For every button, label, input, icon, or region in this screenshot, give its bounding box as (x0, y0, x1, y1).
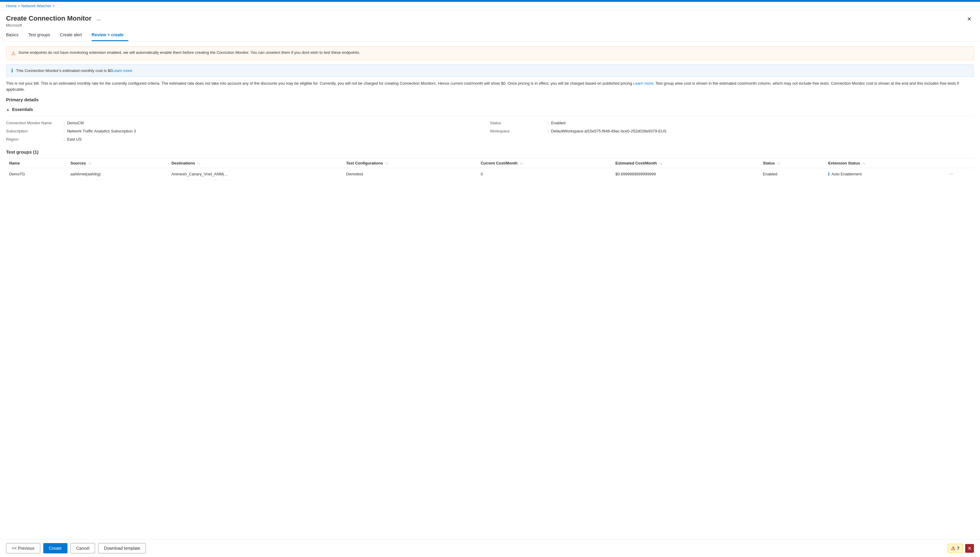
detail-row-workspace: Workspace : DefaultWorkspace-af15e575-f9… (490, 127, 974, 135)
cell-test-configurations: Demotest (343, 168, 478, 180)
col-header-test-configs: Test Configurations ↑↓ (343, 158, 478, 168)
cancel-button[interactable]: Cancel (70, 543, 95, 554)
colon1: : (64, 121, 65, 125)
workspace-label: Workspace (490, 129, 547, 134)
col-header-actions (946, 158, 974, 168)
tab-test-groups[interactable]: Test groups (28, 29, 55, 41)
col-header-name: Name (6, 158, 67, 168)
detail-row-region: Region : East US (6, 135, 490, 143)
notifications-badge[interactable]: ⚠ 7 (947, 544, 963, 553)
region-label: Region (6, 137, 64, 142)
sort-icon-test-configs[interactable]: ↑↓ (385, 162, 388, 165)
extension-cell: ℹ Auto Enablement (828, 171, 943, 176)
breadcrumb-sep2: > (53, 3, 55, 8)
test-groups-table: Name Sources ↑↓ Destinations ↑↓ Test Con… (6, 158, 974, 180)
notifications-count: 7 (957, 546, 959, 550)
region-value: East US (67, 137, 82, 142)
breadcrumb-network-watcher[interactable]: Network Watcher (21, 3, 51, 8)
col-header-destinations: Destinations ↑↓ (168, 158, 343, 168)
primary-details-title: Primary details (6, 97, 974, 102)
sort-icon-extension-status[interactable]: ↑↓ (862, 162, 865, 165)
tabs-bar: Basics Test groups Create alert Review +… (0, 29, 980, 41)
create-button[interactable]: Create (43, 543, 67, 554)
sort-icon-sources[interactable]: ↑↓ (88, 162, 91, 165)
table-header: Name Sources ↑↓ Destinations ↑↓ Test Con… (6, 158, 974, 168)
subscription-label: Subscription (6, 129, 64, 134)
detail-row-status: Status : Enabled (490, 119, 974, 127)
status-value: Enabled (551, 121, 566, 125)
header-title-block: Create Connection Monitor ... Microsoft (6, 15, 103, 28)
tab-basics[interactable]: Basics (6, 29, 23, 41)
cell-status: Enabled (760, 168, 825, 180)
warning-banner: ⚠ Some endpoints do not have monitoring … (6, 46, 974, 60)
footer-right-notifications: ⚠ 7 ✕ (947, 544, 974, 553)
detail-row-subscription: Subscription : Network Traffic Analytics… (6, 127, 490, 135)
tab-review-create[interactable]: Review + create (92, 29, 128, 41)
col-header-extension-status: Extension Status ↑↓ (825, 158, 946, 168)
colon5: : (64, 137, 65, 142)
tab-create-alert[interactable]: Create alert (60, 29, 87, 41)
test-groups-section: Test groups (1) Name Sources ↑↓ Destinat… (6, 149, 974, 180)
warning-banner-text: Some endpoints do not have monitoring ex… (18, 50, 360, 55)
description-text: This is not your bill. This is an estima… (6, 80, 974, 92)
cell-name: DemoTG (6, 168, 67, 180)
sort-icon-status[interactable]: ↑↓ (777, 162, 780, 165)
col-header-estimated-cost: Estimated Cost/Month ↑↓ (612, 158, 760, 168)
test-groups-title: Test groups (1) (6, 149, 974, 155)
detail-row-connection-monitor-name: Connection Monitor Name : DemoCM (6, 119, 490, 127)
close-button[interactable]: ✕ (965, 15, 974, 24)
essentials-details-grid: Connection Monitor Name : DemoCM Status … (6, 116, 974, 143)
connection-monitor-name-value: DemoCM (67, 121, 84, 125)
desc-learn-more-link[interactable]: Learn more, (633, 81, 654, 86)
previous-button[interactable]: << Previous (6, 543, 40, 554)
chevron-up-icon: ▲ (6, 107, 10, 112)
connection-monitor-name-label: Connection Monitor Name (6, 121, 64, 125)
sort-icon-estimated-cost[interactable]: ↑↓ (659, 162, 662, 165)
info-banner-text: This Connection Monitor's estimated mont… (16, 68, 132, 73)
extension-status-text: Auto Enablement (831, 172, 862, 176)
col-header-status: Status ↑↓ (760, 158, 825, 168)
cell-current-cost: 0 (478, 168, 612, 180)
page-title-text: Create Connection Monitor (6, 15, 91, 22)
row-actions-menu-button[interactable]: ··· (949, 171, 953, 176)
essentials-label: Essentials (12, 107, 33, 112)
page-header: Create Connection Monitor ... Microsoft … (0, 10, 980, 29)
breadcrumb-home[interactable]: Home (6, 3, 16, 8)
desc-text-part1: This is not your bill. This is an estima… (6, 81, 633, 86)
auto-enablement-info-icon: ℹ (828, 171, 830, 176)
header-subtitle: Microsoft (6, 23, 103, 28)
content-area: ⚠ Some endpoints do not have monitoring … (0, 41, 980, 539)
test-groups-table-container: Name Sources ↑↓ Destinations ↑↓ Test Con… (6, 158, 974, 180)
cell-extension-status: ℹ Auto Enablement (825, 168, 946, 180)
breadcrumb: Home > Network Watcher > (0, 2, 980, 10)
col-header-current-cost: Current Cost/Month ↑↓ (478, 158, 612, 168)
info-icon: ℹ (11, 68, 13, 73)
table-row: DemoTG aahilvnet(aahilrg) Animesh_Canary… (6, 168, 974, 180)
subscription-value: Network Traffic Analytics Subscription 3 (67, 129, 136, 134)
col-header-sources: Sources ↑↓ (67, 158, 168, 168)
breadcrumb-sep1: > (18, 3, 20, 8)
colon3: : (64, 129, 65, 134)
workspace-value: DefaultWorkspace-af15e575-f948-49ac-bce0… (551, 129, 666, 134)
cell-row-actions[interactable]: ··· (946, 168, 974, 180)
page-title: Create Connection Monitor ... (6, 15, 103, 22)
footer-bar: << Previous Create Cancel Download templ… (0, 539, 980, 557)
info-learn-more-link[interactable]: Learn more (112, 68, 132, 73)
download-template-button[interactable]: Download template (98, 543, 146, 554)
info-text-before-link: This Connection Monitor's estimated mont… (16, 68, 112, 73)
footer-left-actions: << Previous Create Cancel Download templ… (6, 543, 146, 554)
colon2: : (547, 121, 549, 125)
colon4: : (547, 129, 549, 134)
dismiss-button[interactable]: ✕ (965, 544, 974, 553)
sort-icon-destinations[interactable]: ↑↓ (197, 162, 200, 165)
notification-warn-icon: ⚠ (951, 546, 955, 551)
cell-destinations: Animesh_Canary_Vnet_ANM(… (168, 168, 343, 180)
warning-icon: ⚠ (11, 50, 15, 56)
header-ellipsis-button[interactable]: ... (95, 15, 103, 22)
status-label: Status (490, 121, 547, 125)
essentials-header[interactable]: ▲ Essentials (6, 105, 974, 114)
table-body: DemoTG aahilvnet(aahilrg) Animesh_Canary… (6, 168, 974, 180)
table-header-row: Name Sources ↑↓ Destinations ↑↓ Test Con… (6, 158, 974, 168)
cell-sources: aahilvnet(aahilrg) (67, 168, 168, 180)
sort-icon-current-cost[interactable]: ↑↓ (520, 162, 523, 165)
